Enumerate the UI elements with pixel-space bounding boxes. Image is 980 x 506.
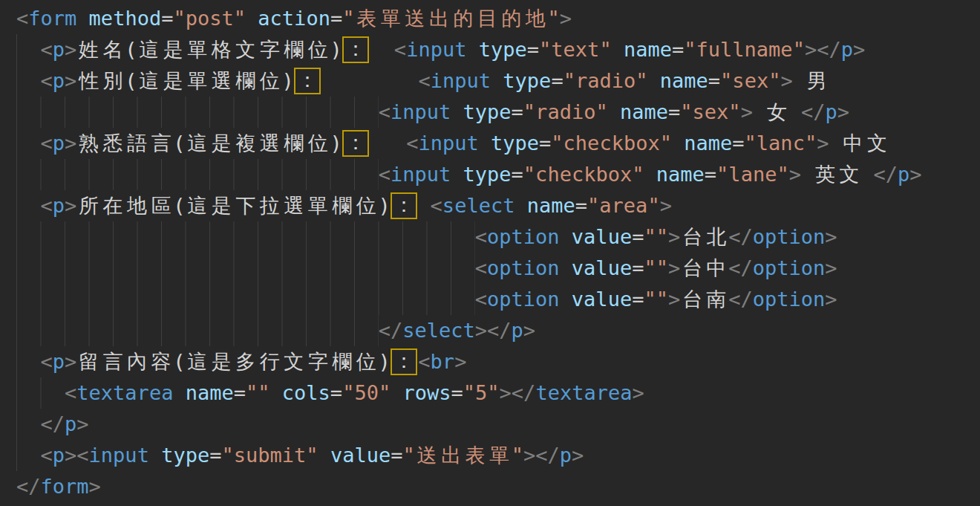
code-token-tg: p: [560, 440, 572, 471]
cjk-char: 目: [475, 3, 500, 34]
code-token-st: "lanc": [745, 128, 817, 159]
cjk-char: 這: [137, 34, 162, 65]
indent-guides: [16, 190, 41, 221]
cjk-char: 位: [306, 34, 330, 65]
code-token-eq: =: [708, 65, 720, 97]
fullwidth-colon-unicode-highlight: ：: [391, 348, 418, 375]
code-token-pt: ><: [65, 440, 89, 471]
code-line-5[interactable]: <p>熟悉語言(這是複選欄位)： <input type="checkbox" …: [16, 128, 980, 159]
code-token-pl: [612, 34, 624, 65]
code-token-pl: 熟悉語言(這是複選欄位): [76, 128, 342, 159]
code-token-pl: [479, 128, 491, 159]
fullwidth-colon-unicode-highlight: ：: [342, 36, 370, 63]
code-line-12[interactable]: <p>留言內容(這是多行文字欄位)：<br>: [16, 346, 980, 377]
code-token-pt: ></: [475, 315, 512, 346]
indent-guides: [16, 159, 379, 190]
code-line-8[interactable]: <option value="">台北</option>: [16, 221, 980, 253]
code-token-tg: input: [391, 159, 451, 190]
code-token-at: method: [89, 3, 162, 34]
code-token-tg: option: [753, 253, 826, 284]
code-line-10[interactable]: <option value="">台南</option>: [16, 284, 980, 315]
cjk-char: 姓: [76, 34, 101, 65]
cjk-char: 這: [137, 65, 162, 97]
code-token-at: value: [572, 221, 632, 253]
code-token-pt: </: [728, 253, 753, 284]
code-token-at: type: [503, 65, 551, 97]
cjk-char: 是: [209, 346, 234, 377]
cjk-char: 選: [209, 65, 234, 97]
code-token-tg: form: [28, 3, 76, 34]
cjk-char: 這: [186, 128, 210, 159]
code-token-pl: [246, 3, 258, 34]
cjk-char: 出: [439, 440, 463, 471]
cjk-char: 台: [680, 253, 705, 284]
code-token-tg: form: [41, 471, 89, 502]
code-token-pl: 英文: [801, 159, 874, 190]
code-token-pt: >: [65, 34, 76, 65]
code-line-14[interactable]: </p>: [16, 409, 980, 440]
cjk-char: 中: [841, 128, 866, 159]
code-token-pt: >: [825, 284, 837, 315]
code-token-pl: [648, 65, 660, 97]
code-token-at: type: [161, 440, 209, 471]
code-line-4[interactable]: <input type="radio" name="sex"> 女 </p>: [16, 97, 980, 128]
code-line-9[interactable]: <option value="">台中</option>: [16, 253, 980, 284]
code-token-pt: <: [418, 346, 430, 377]
code-token-pl: [318, 440, 330, 471]
code-token-pl: 中文: [829, 128, 889, 159]
code-token-pt: >: [65, 65, 76, 97]
code-token-pl: 姓名(這是單格文字欄位): [76, 34, 342, 65]
code-token-at: name: [527, 190, 575, 221]
code-token-at: rows: [402, 377, 451, 409]
code-token-pt: >: [825, 253, 837, 284]
code-token-pt: </: [728, 221, 753, 253]
code-token-eq: =: [391, 440, 402, 471]
code-token-tg: input: [89, 440, 149, 471]
code-line-13[interactable]: <textarea name="" cols="50" rows="5"></t…: [16, 377, 980, 409]
cjk-char: 的: [451, 3, 475, 34]
code-token-at: type: [491, 128, 539, 159]
code-token-pt: </: [41, 409, 65, 440]
code-token-st: "5": [463, 377, 500, 409]
code-token-pl: [321, 65, 418, 97]
code-token-st: "radio": [564, 65, 648, 97]
code-line-6[interactable]: <input type="checkbox" name="lane"> 英文 <…: [16, 159, 980, 190]
code-token-tg: p: [53, 65, 65, 97]
code-token-st: "": [246, 377, 270, 409]
code-token-pl: [466, 34, 478, 65]
cjk-char: 文: [234, 34, 258, 65]
code-token-pl: [370, 34, 394, 65]
code-token-at: type: [463, 159, 512, 190]
code-token-at: name: [186, 377, 234, 409]
code-editor[interactable]: <form method="post" action="表單送出的目的地"><p…: [0, 0, 980, 506]
cjk-char: 格: [209, 34, 234, 65]
cjk-char: 單: [186, 34, 210, 65]
code-token-st: "送出表單": [402, 440, 523, 471]
code-line-16[interactable]: </form>: [16, 471, 980, 502]
code-token-pl: 女: [753, 97, 801, 128]
cjk-char: 台: [680, 221, 705, 253]
code-line-2[interactable]: <p>姓名(這是單格文字欄位)： <input type="text" name…: [16, 34, 980, 65]
indent-guides: [16, 253, 475, 284]
code-token-eq: =: [330, 377, 342, 409]
code-token-tg: p: [512, 315, 523, 346]
code-token-pl: 台北: [680, 221, 728, 253]
indent-guides: [16, 346, 41, 377]
cjk-char: 女: [765, 97, 789, 128]
indent-guides: [16, 409, 41, 440]
code-line-1[interactable]: <form method="post" action="表單送出的目的地">: [16, 3, 980, 34]
code-line-15[interactable]: <p><input type="submit" value="送出表單"></p…: [16, 440, 980, 471]
code-token-tg: p: [53, 190, 65, 221]
code-token-pt: >: [668, 221, 680, 253]
code-token-st: "checkbox": [523, 159, 644, 190]
code-token-pt: >: [837, 97, 849, 128]
code-token-pl: [173, 377, 185, 409]
code-line-7[interactable]: <p>所在地區(這是下拉選單欄位)： <select name="area">: [16, 190, 980, 221]
code-line-11[interactable]: </select></p>: [16, 315, 980, 346]
code-token-pt: <: [475, 284, 487, 315]
code-token-pt: <: [41, 65, 53, 97]
cjk-char: 言: [149, 128, 174, 159]
code-token-pt: <: [475, 221, 487, 253]
code-line-3[interactable]: <p>性別(這是單選欄位)： <input type="radio" name=…: [16, 65, 980, 97]
code-token-pt: <: [41, 440, 53, 471]
